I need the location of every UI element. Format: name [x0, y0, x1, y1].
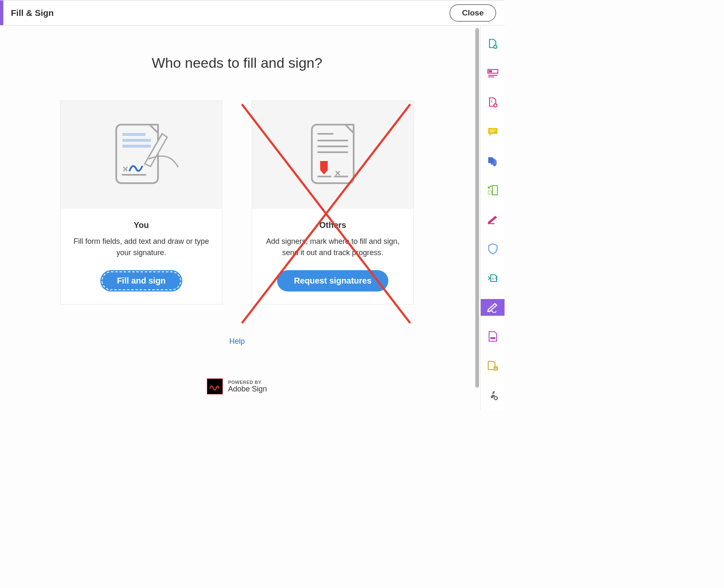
content-area: Who needs to fill and sign? [0, 26, 474, 410]
request-signatures-button[interactable]: Request signatures [277, 270, 388, 291]
redact-icon [487, 331, 498, 343]
rail-protect[interactable] [481, 240, 505, 257]
rail-fill-sign[interactable] [481, 299, 505, 316]
powered-text: POWERED BY Adobe Sign [228, 380, 267, 394]
card-others-desc: Add signers, mark where to fill and sign… [261, 236, 404, 258]
svg-text:λ: λ [492, 277, 494, 281]
protect-icon [488, 243, 498, 255]
request-sign-graphic-icon [291, 117, 375, 192]
svg-text:λ: λ [491, 100, 492, 103]
rail-more-tools[interactable] [481, 387, 505, 404]
svg-rect-21 [492, 186, 497, 195]
svg-rect-26 [494, 366, 498, 371]
combine-icon [487, 156, 499, 166]
rail-measure[interactable] [481, 182, 505, 199]
rail-layout[interactable] [481, 65, 505, 82]
close-button[interactable]: Close [449, 4, 496, 22]
header-left: Fill & Sign [0, 0, 54, 25]
rail-comment[interactable] [481, 123, 505, 140]
adobe-sign-badge-icon [207, 378, 223, 394]
tool-header: Fill & Sign Close [0, 0, 505, 26]
svg-rect-25 [490, 337, 495, 339]
card-you-body: You Fill form fields, add text and draw … [61, 209, 222, 304]
card-you[interactable]: You Fill form fields, add text and draw … [60, 100, 222, 304]
create-pdf-icon: λ [487, 97, 498, 108]
help-link[interactable]: Help [0, 337, 474, 346]
tools-side-rail: λ [480, 26, 505, 410]
rail-compare[interactable] [481, 358, 505, 374]
compress-icon: λ [487, 273, 499, 283]
fill-sign-icon [487, 302, 499, 313]
powered-by-row: POWERED BY Adobe Sign [0, 378, 474, 394]
illustration-request-sign [252, 101, 413, 209]
sign-pen-icon [487, 215, 499, 224]
tools-icon [487, 389, 499, 401]
scrollbar[interactable] [474, 26, 480, 410]
rail-export-pdf[interactable] [481, 36, 505, 52]
card-you-desc: Fill form fields, add text and draw or t… [70, 236, 213, 258]
card-others-title: Others [261, 220, 404, 230]
card-you-title: You [70, 220, 213, 230]
rail-redact[interactable] [481, 328, 505, 345]
svg-rect-2 [122, 139, 151, 142]
comment-icon [487, 127, 498, 136]
powered-small: POWERED BY [228, 380, 267, 385]
svg-rect-1 [122, 133, 145, 136]
rail-sign-pen[interactable] [481, 211, 505, 228]
layout-icon [487, 69, 498, 77]
accent-bar [0, 0, 3, 25]
self-sign-graphic-icon [99, 117, 183, 192]
export-pdf-icon [487, 38, 498, 49]
compare-icon [487, 360, 499, 371]
tool-title: Fill & Sign [11, 8, 54, 18]
svg-rect-22 [488, 191, 492, 194]
svg-rect-14 [489, 70, 492, 72]
illustration-self-sign [61, 101, 222, 209]
card-others[interactable]: Others Add signers, mark where to fill a… [252, 100, 414, 304]
powered-big: Adobe Sign [228, 385, 267, 394]
rail-create-pdf[interactable]: λ [481, 94, 505, 111]
main-wrap: Who needs to fill and sign? [0, 26, 505, 410]
card-others-body: Others Add signers, mark where to fill a… [252, 209, 413, 304]
scrollbar-thumb[interactable] [475, 28, 479, 388]
page-heading: Who needs to fill and sign? [0, 55, 474, 71]
rail-compress[interactable]: λ [481, 270, 505, 286]
rail-combine[interactable] [481, 153, 505, 169]
measure-icon [487, 185, 498, 196]
cards-row: You Fill form fields, add text and draw … [0, 100, 474, 304]
svg-rect-3 [122, 145, 151, 148]
fill-and-sign-button[interactable]: Fill and sign [100, 270, 183, 291]
